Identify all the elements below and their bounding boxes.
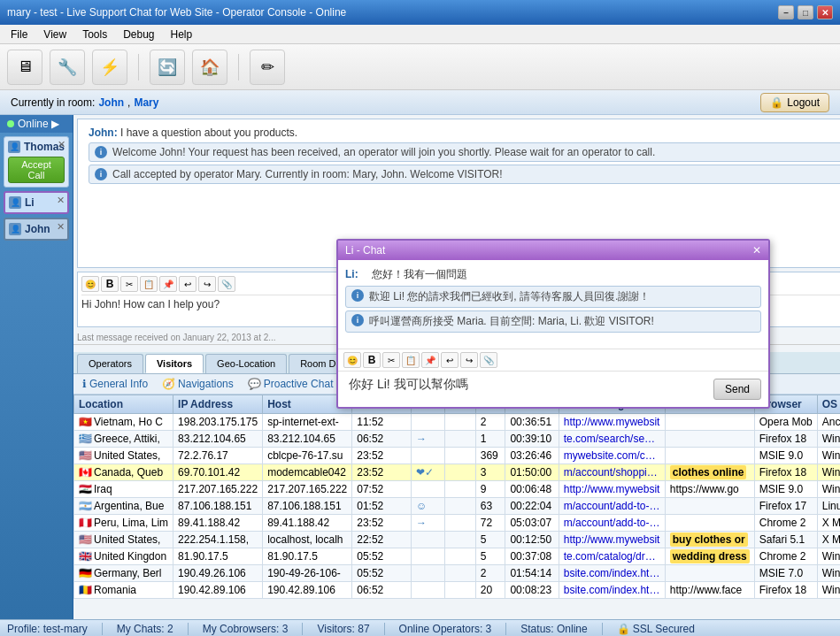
subtab-general-info[interactable]: ℹ General Info xyxy=(77,376,153,392)
li-popup-info1: i 歡迎 Li! 您的請求我們已經收到, 請等待客服人員回復.謝謝！ xyxy=(345,286,761,308)
cell-bro xyxy=(444,414,475,431)
tb-copy[interactable]: 📋 xyxy=(140,276,158,292)
visitor-card-john[interactable]: ✕ 👤 John xyxy=(4,218,69,241)
li-tb-undo[interactable]: ↩ xyxy=(441,352,459,368)
toolbar-settings[interactable]: 🔧 xyxy=(50,50,85,85)
cell-referrer: wedding dress xyxy=(665,548,754,565)
online-dot xyxy=(7,120,14,127)
li-popup-info2: i 呼叫運營商所接受 Maria. 目前空間: Maria, Li. 歡迎 VI… xyxy=(345,310,761,333)
menu-view[interactable]: View xyxy=(36,27,73,42)
cell-host: 83.212.104.65 xyxy=(263,431,352,448)
tb-redo[interactable]: ↪ xyxy=(198,276,216,292)
roombar-mary[interactable]: Mary xyxy=(134,96,158,109)
menu-tools[interactable]: Tools xyxy=(75,27,114,42)
table-row[interactable]: 🇦🇷Argentina, Bue 87.106.188.151 87.106.1… xyxy=(74,498,840,515)
close-john-button[interactable]: ✕ xyxy=(57,221,65,233)
tb-undo[interactable]: ↩ xyxy=(179,276,197,292)
menu-debug[interactable]: Debug xyxy=(116,27,161,42)
cell-location: 🇩🇪Germany, Berl xyxy=(74,565,173,582)
cell-location: 🇮🇶Iraq xyxy=(74,481,173,498)
table-row[interactable]: 🇵🇪Peru, Lima, Lim 89.41.188.42 89.41.188… xyxy=(74,515,840,532)
cell-page: http://www.mywebsit xyxy=(559,414,665,431)
table-row[interactable]: 🇻🇳Vietnam, Ho C 198.203.175.175 sp-inter… xyxy=(74,414,840,431)
tab-geo-location[interactable]: Geo-Location xyxy=(205,354,287,373)
toolbar-home2[interactable]: 🏠 xyxy=(192,50,227,85)
cell-hits: 3 xyxy=(475,464,505,481)
minimize-button[interactable]: – xyxy=(778,5,794,19)
table-row[interactable]: 🇬🇧United Kingdon 81.90.17.5 81.90.17.5 0… xyxy=(74,548,840,565)
table-row[interactable]: 🇺🇸United States, 72.2.76.17 cblcpe-76-17… xyxy=(74,448,840,464)
li-tb-bold[interactable]: B xyxy=(363,352,381,368)
cell-ip: 87.106.188.151 xyxy=(173,498,263,515)
tab-operators[interactable]: Operators xyxy=(77,354,143,373)
toolbar-pencil[interactable]: ✏ xyxy=(250,50,285,85)
status-online: Status: Online xyxy=(520,623,587,635)
li-send-button[interactable]: Send xyxy=(713,379,761,400)
close-button[interactable]: ✕ xyxy=(817,5,833,19)
cell-bro xyxy=(444,565,475,582)
menu-help[interactable]: Help xyxy=(164,27,200,42)
operator-thomas-name: 👤 Thomas xyxy=(8,141,65,153)
cell-time: 06:52 xyxy=(352,582,412,599)
cell-page: m/account/add-to-sh xyxy=(559,515,665,532)
tb-cut[interactable]: ✂ xyxy=(120,276,138,292)
li-text-input[interactable]: 你好 Li! 我可以幫你嗎 xyxy=(343,372,763,407)
chat-john-line: John: I have a question about you produc… xyxy=(89,126,840,139)
li-tb-copy[interactable]: 📋 xyxy=(402,352,420,368)
cell-duration: 01:50:00 xyxy=(505,464,559,481)
table-row[interactable]: 🇨🇦Canada, Queb 69.70.101.42 modemcable04… xyxy=(74,464,840,481)
cell-location: 🇬🇧United Kingdon xyxy=(74,548,173,565)
cell-chat xyxy=(412,532,445,548)
tb-bold[interactable]: B xyxy=(101,276,119,292)
tb-paste[interactable]: 📌 xyxy=(159,276,177,292)
tb-smiley[interactable]: 😊 xyxy=(81,276,99,292)
roombar-john[interactable]: John xyxy=(98,96,124,109)
cell-hits: 72 xyxy=(475,515,505,532)
subtab-navigations[interactable]: 🧭 Navigations xyxy=(157,376,239,392)
visitor-li-avatar: 👤 xyxy=(9,196,21,209)
cell-time: 11:52 xyxy=(352,414,412,431)
cell-chat: ☺ xyxy=(412,498,445,515)
chat-bubble-icon: 💬 xyxy=(248,378,261,390)
toolbar-flash[interactable]: ⚡ xyxy=(92,50,127,85)
table-row[interactable]: 🇺🇸United States, 222.254.1.158, localhos… xyxy=(74,532,840,548)
visitor-john-name: 👤 John xyxy=(9,223,64,235)
cell-page: bsite.com/index.html xyxy=(559,582,665,599)
tab-visitors[interactable]: Visitors xyxy=(145,354,204,373)
logout-button[interactable]: 🔒 Logout xyxy=(760,93,829,112)
table-row[interactable]: 🇬🇷Greece, Attiki, 83.212.104.65 83.212.1… xyxy=(74,431,840,448)
cell-host: cblcpe-76-17.su xyxy=(263,448,352,464)
close-li-button[interactable]: ✕ xyxy=(57,195,65,206)
cell-location: 🇵🇪Peru, Lima, Lim xyxy=(74,515,173,532)
li-tb-cut[interactable]: ✂ xyxy=(382,352,400,368)
cell-page: http://www.mywebsit xyxy=(559,532,665,548)
li-tb-attach[interactable]: 📎 xyxy=(480,352,497,368)
visitor-card-li[interactable]: ✕ 👤 Li xyxy=(4,191,69,214)
li-tb-smiley[interactable]: 😊 xyxy=(343,352,361,368)
info-icon-1: i xyxy=(95,146,107,158)
table-row[interactable]: 🇩🇪Germany, Berl 190.49.26.106 190-49-26-… xyxy=(74,565,840,582)
menu-file[interactable]: File xyxy=(4,27,35,42)
table-row[interactable]: 🇮🇶Iraq 217.207.165.222 217.207.165.222 0… xyxy=(74,481,840,498)
table-row[interactable]: 🇷🇴Romania 190.42.89.106 190.42.89.106 06… xyxy=(74,582,840,599)
li-tb-redo[interactable]: ↪ xyxy=(460,352,478,368)
status-sep6 xyxy=(602,623,603,635)
li-popup-close[interactable]: ✕ xyxy=(752,244,761,257)
accept-call-button[interactable]: Accept Call xyxy=(8,157,65,183)
cell-duration: 05:03:07 xyxy=(505,515,559,532)
cell-os: Linu xyxy=(817,498,840,515)
cell-time: 23:52 xyxy=(352,448,412,464)
status-sep4 xyxy=(384,623,385,635)
cell-hits: 5 xyxy=(475,548,505,565)
toolbar-refresh[interactable]: 🔄 xyxy=(150,50,185,85)
toolbar-home[interactable]: 🖥 xyxy=(7,50,42,85)
subtab-proactive-chat[interactable]: 💬 Proactive Chat xyxy=(243,376,339,392)
cell-bro xyxy=(444,448,475,464)
close-thomas-button[interactable]: ✕ xyxy=(58,139,66,150)
info-icon-2: i xyxy=(95,168,107,180)
maximize-button[interactable]: □ xyxy=(798,5,813,19)
li-tb-paste[interactable]: 📌 xyxy=(421,352,439,368)
cell-os: Win xyxy=(817,548,840,565)
operator-thomas-avatar: 👤 xyxy=(8,141,20,153)
tb-attach[interactable]: 📎 xyxy=(218,276,235,292)
